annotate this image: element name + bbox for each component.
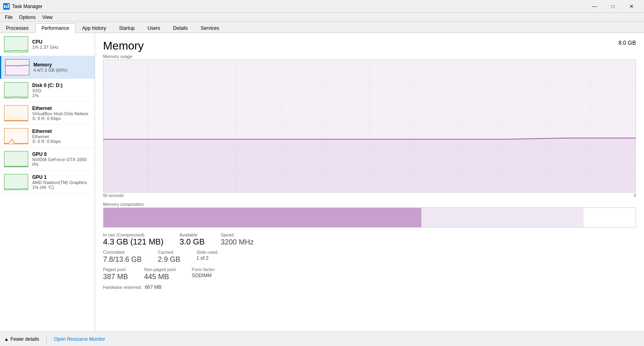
tab-details[interactable]: Details — [167, 23, 194, 33]
stat-hw-reserved: Hardware reserved: 667 MB — [103, 284, 636, 290]
fewer-details-icon: ▲ — [4, 336, 9, 342]
maximize-button[interactable]: □ — [604, 0, 622, 13]
stat-speed: Speed: 3200 MHz — [221, 232, 254, 247]
sidebar-item-disk0[interactable]: Disk 0 (C: D:) SSD 1% — [0, 79, 95, 102]
gpu1-title: GPU 1 — [32, 174, 91, 180]
minimize-button[interactable]: — — [585, 0, 604, 13]
stat-cached-value: 2.9 GB — [158, 255, 180, 264]
panel-total: 8.0 GB — [618, 39, 636, 46]
gpu0-value: 0% — [32, 162, 91, 167]
panel-header: Memory 8.0 GB — [103, 39, 636, 52]
sidebar-item-gpu0[interactable]: GPU 0 NVIDIA GeForce GTX 1650 0% — [0, 148, 95, 171]
sidebar-item-gpu1[interactable]: GPU 1 AMD Radeon(TM) Graphics 1% (46 °C) — [0, 171, 95, 194]
svg-rect-8 — [4, 128, 28, 144]
svg-rect-3 — [8, 4, 9, 8]
comp-free — [584, 208, 636, 227]
title-bar: Task Manager — □ ✕ — [0, 0, 644, 13]
svg-rect-7 — [4, 106, 28, 121]
memory-thumbnail — [5, 59, 29, 75]
stat-slots-value: 1 of 2 — [196, 255, 218, 261]
stat-in-use-value: 4.3 GB (121 MB) — [103, 237, 163, 247]
menu-file[interactable]: File — [2, 14, 16, 21]
disk-thumbnail — [4, 82, 28, 98]
memory-chart — [103, 60, 636, 193]
disk0-value: 1% — [32, 93, 91, 98]
sidebar-item-eth1[interactable]: Ethernet VirtualBox Host-Only Networ S: … — [0, 102, 95, 125]
tab-processes[interactable]: Processes — [0, 23, 35, 33]
stat-paged-pool-value: 387 MB — [103, 273, 128, 281]
menu-bar: File Options View — [0, 13, 644, 22]
gpu0-info: GPU 0 NVIDIA GeForce GTX 1650 0% — [32, 151, 91, 167]
eth2-title: Ethernet — [32, 128, 91, 134]
chart-time-left: 60 seconds — [103, 193, 124, 198]
stat-slots-label: Slots used: — [196, 250, 218, 255]
gpu1-thumbnail — [4, 174, 28, 190]
chart-time-labels: 60 seconds 0 — [103, 193, 636, 198]
tab-bar: Processes Performance App history Startu… — [0, 22, 644, 33]
svg-rect-4 — [4, 37, 28, 52]
chart-label: Memory usage — [103, 54, 636, 59]
memory-title: Memory — [33, 62, 91, 68]
chart-wrapper: 7.3 GB — [103, 60, 636, 193]
close-button[interactable]: ✕ — [622, 0, 641, 13]
stat-speed-label: Speed: — [221, 232, 254, 237]
menu-options[interactable]: Options — [16, 14, 39, 21]
composition-bar — [103, 207, 636, 228]
stats-row2: Committed 7.8/13.6 GB Cached 2.9 GB Slot… — [103, 250, 636, 264]
eth2-subtitle: Ethernet — [32, 134, 91, 139]
panel-title: Memory — [103, 39, 144, 52]
svg-rect-10 — [4, 174, 28, 190]
window-controls: — □ ✕ — [585, 0, 641, 13]
stat-hw-reserved-value: 667 MB — [145, 284, 161, 290]
chart-time-right: 0 — [634, 193, 636, 198]
main-content: CPU 1% 2.37 GHz Memory 4.4/7.3 GB (60%) — [0, 33, 644, 331]
stat-in-use: In use (Compressed) 4.3 GB (121 MB) — [103, 232, 163, 247]
stat-committed-value: 7.8/13.6 GB — [103, 255, 142, 264]
eth1-info: Ethernet VirtualBox Host-Only Networ S: … — [32, 106, 91, 121]
gpu1-value: 1% (46 °C) — [32, 185, 91, 190]
disk0-info: Disk 0 (C: D:) SSD 1% — [32, 83, 91, 98]
menu-view[interactable]: View — [39, 14, 56, 21]
stats-row3: Paged pool 387 MB Non-paged pool 445 MB … — [103, 267, 636, 281]
tab-services[interactable]: Services — [195, 23, 225, 33]
sidebar-item-memory[interactable]: Memory 4.4/7.3 GB (60%) — [0, 56, 95, 79]
eth2-thumbnail — [4, 128, 28, 144]
gpu1-info: GPU 1 AMD Radeon(TM) Graphics 1% (46 °C) — [32, 174, 91, 190]
tab-users[interactable]: Users — [141, 23, 166, 33]
gpu0-title: GPU 0 — [32, 151, 91, 157]
stat-speed-value: 3200 MHz — [221, 238, 254, 247]
sidebar-item-cpu[interactable]: CPU 1% 2.37 GHz — [0, 33, 95, 56]
eth2-info: Ethernet Ethernet S: 0 R: 0 Kbps — [32, 128, 91, 144]
fewer-details-button[interactable]: ▲ Fewer details — [4, 336, 39, 342]
stat-available-label: Available — [180, 232, 204, 237]
panel-total-value: 8.0 GB — [618, 39, 636, 46]
sidebar: CPU 1% 2.37 GHz Memory 4.4/7.3 GB (60%) — [0, 33, 95, 331]
eth1-subtitle: VirtualBox Host-Only Networ — [32, 111, 91, 116]
comp-standby — [421, 208, 584, 227]
disk0-title: Disk 0 (C: D:) — [32, 83, 91, 88]
separator: | — [45, 335, 47, 343]
gpu1-subtitle: AMD Radeon(TM) Graphics — [32, 180, 91, 185]
bottom-bar: ▲ Fewer details | Open Resource Monitor — [0, 331, 644, 346]
stats-row: In use (Compressed) 4.3 GB (121 MB) Avai… — [103, 232, 636, 247]
stat-available: Available 3.0 GB — [180, 232, 204, 247]
sidebar-item-eth2[interactable]: Ethernet Ethernet S: 0 R: 0 Kbps — [0, 125, 95, 148]
stat-form-factor-label: Form factor: — [192, 267, 215, 272]
cpu-info: CPU 1% 2.37 GHz — [32, 39, 91, 50]
memory-subtitle: 4.4/7.3 GB (60%) — [33, 68, 91, 73]
cpu-thumbnail — [4, 36, 28, 52]
gpu0-thumbnail — [4, 151, 28, 167]
eth1-value: S: 0 R: 0 Kbps — [32, 116, 91, 121]
tab-startup[interactable]: Startup — [113, 23, 141, 33]
stat-paged-pool: Paged pool 387 MB — [103, 267, 128, 281]
open-resource-monitor-link[interactable]: Open Resource Monitor — [54, 336, 105, 342]
title-bar-left: Task Manager — [3, 3, 42, 10]
cpu-title: CPU — [32, 39, 91, 45]
svg-rect-1 — [4, 5, 5, 8]
tab-app-history[interactable]: App history — [76, 23, 112, 33]
svg-rect-6 — [4, 83, 28, 98]
right-panel: Memory 8.0 GB Memory usage 7.3 GB — [95, 33, 644, 331]
svg-marker-28 — [103, 138, 636, 192]
svg-rect-2 — [6, 6, 7, 8]
tab-performance[interactable]: Performance — [35, 23, 75, 33]
